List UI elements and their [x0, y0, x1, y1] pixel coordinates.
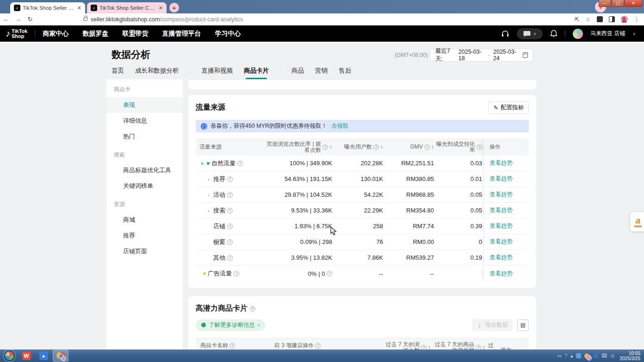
help-icon[interactable]: [250, 306, 255, 312]
side-panel-icon[interactable]: [609, 16, 615, 22]
view-trend-link[interactable]: 查看趋势: [489, 191, 513, 199]
tray-chrome-icon[interactable]: [584, 353, 590, 359]
view-trend-link[interactable]: 查看趋势: [489, 206, 513, 214]
tray-keyboard-icon[interactable]: ▭: [557, 353, 561, 358]
nav-item-data-compass[interactable]: 数据罗盘: [82, 30, 108, 38]
table-row-search[interactable]: ›搜索 9.53% | 33.36K 22.29K RM354.80 0.05 …: [196, 203, 529, 218]
table-row-shop[interactable]: ›店铺 1.93% | 6.75K 258 RM7.74 0.39 查看趋势: [196, 218, 529, 234]
extensions-puzzle-icon[interactable]: [597, 16, 603, 22]
nav-item-learning-center[interactable]: 学习中心: [215, 30, 241, 38]
maximize-button[interactable]: ▢: [612, 0, 624, 7]
sidebar-item-keyword-ranking[interactable]: 关键词榜单: [106, 178, 183, 194]
tray-volume-icon[interactable]: ◁: [610, 353, 614, 358]
chevron-down-icon[interactable]: ∨: [632, 31, 636, 36]
help-icon[interactable]: [237, 161, 243, 166]
claim-coupon-link[interactable]: 去领取: [331, 122, 349, 130]
view-trend-link[interactable]: 查看趋势: [489, 222, 513, 230]
help-icon[interactable]: [227, 224, 233, 229]
nav-item-affiliate[interactable]: 联盟带货: [122, 30, 148, 38]
sidebar-item-recommend[interactable]: 推荐: [106, 228, 183, 243]
sidebar-item-title-optimizer[interactable]: 商品标题优化工具: [106, 162, 183, 178]
expand-icon[interactable]: ›: [206, 208, 211, 213]
floating-service-widget[interactable]: a: [630, 212, 644, 231]
configure-metrics-button[interactable]: ✎ 配置指标: [489, 101, 529, 114]
export-data-button[interactable]: ⭳ 导出数据: [472, 319, 513, 331]
menu-dots-icon[interactable]: ⋮: [634, 16, 640, 23]
calendar-icon[interactable]: [523, 52, 528, 58]
close-button[interactable]: ✕: [625, 0, 642, 7]
new-tab-button[interactable]: +: [169, 3, 179, 12]
help-icon[interactable]: [227, 176, 233, 182]
expand-icon[interactable]: ›: [206, 192, 211, 198]
date-range-picker[interactable]: 最近7天: 2025-03-18 - 2025-03-24: [430, 49, 533, 62]
view-trend-link[interactable]: 查看趋势: [489, 175, 513, 183]
url-text[interactable]: seller.tiktokglobalshop.com/compass/prod…: [91, 16, 243, 23]
expand-icon[interactable]: ›: [206, 176, 211, 182]
table-row-showcase[interactable]: ›橱窗 0.09% | 298 76 RM0.00 0 查看趋势: [196, 234, 529, 250]
tab-growth[interactable]: 成长和数据分析: [135, 67, 179, 79]
start-button[interactable]: [4, 350, 15, 361]
sidebar-item-trending[interactable]: 热门: [106, 129, 183, 144]
help-icon[interactable]: [421, 345, 427, 350]
tab-marketing[interactable]: 营销: [315, 67, 328, 79]
browser-tab-active[interactable]: ♪ TikTok Shop Seller Center | Cr ✕: [10, 2, 85, 13]
bell-icon[interactable]: [550, 30, 557, 37]
tab-close-icon[interactable]: ✕: [159, 5, 163, 11]
browser-tab-grouped[interactable]: ♪ TikTok Shop Seller Center | C ✕: [87, 2, 167, 13]
table-row-other[interactable]: ›其他 3.95% | 13.82K 7.86K RM539.27 0.19 查…: [196, 250, 529, 266]
tab-home[interactable]: 首页: [111, 67, 124, 79]
table-row-organic[interactable]: ∨自然流量 100% | 349.90K 202.28K RM2,251.51 …: [196, 156, 529, 171]
sidebar-item-performance[interactable]: 表现: [106, 97, 183, 113]
help-icon[interactable]: [227, 208, 233, 213]
tab-after-sales[interactable]: 售后: [339, 67, 351, 79]
store-avatar[interactable]: [573, 29, 583, 39]
table-row-activity[interactable]: ›活动 29.87% | 104.52K 54.22K RM968.85 0.0…: [196, 187, 529, 203]
tab-products[interactable]: 商品: [291, 67, 304, 79]
taskbar-chrome-icon[interactable]: [53, 350, 68, 362]
messages-button[interactable]: ∨: [517, 28, 543, 39]
help-icon[interactable]: [373, 144, 379, 150]
tray-clock[interactable]: 10:55 2025/3/25: [617, 351, 641, 361]
tab-live-video[interactable]: 直播和视频: [202, 67, 233, 79]
sidebar-item-mall[interactable]: 商城: [106, 212, 183, 228]
nav-item-merchant-center[interactable]: 商家中心: [43, 30, 68, 38]
back-icon[interactable]: ←: [0, 16, 12, 23]
view-trend-link[interactable]: 查看趋势: [489, 270, 513, 278]
tray-show-hidden-icon[interactable]: ▴: [570, 353, 573, 358]
tray-app1-icon[interactable]: [576, 353, 581, 358]
help-icon[interactable]: [424, 144, 430, 150]
help-icon[interactable]: [229, 343, 235, 349]
tab-close-icon[interactable]: ✕: [77, 5, 81, 11]
report-list-icon[interactable]: ▤: [517, 319, 529, 331]
help-icon[interactable]: [322, 144, 328, 150]
tray-help-icon[interactable]: ?: [565, 353, 568, 358]
browser-profile-icon[interactable]: [621, 16, 628, 23]
bookmark-star-icon[interactable]: ☆: [585, 16, 590, 23]
share-icon[interactable]: ⇱: [575, 16, 579, 23]
sidebar-item-shop-page[interactable]: 店铺页面: [106, 243, 183, 259]
help-icon[interactable]: [227, 255, 233, 261]
help-icon[interactable]: [315, 343, 321, 349]
diagnosis-info-link[interactable]: 了解更多诊断信息 ›: [196, 319, 265, 331]
nav-item-live-manager[interactable]: 直播管理平台: [162, 30, 201, 38]
collapse-icon[interactable]: ∨: [199, 161, 205, 166]
help-icon[interactable]: [227, 192, 233, 198]
table-row-ad-traffic[interactable]: 广告流量 0% | 0 -- -- 查看趋势: [196, 266, 529, 281]
view-trend-link[interactable]: 查看趋势: [489, 159, 513, 167]
minimize-button[interactable]: —: [599, 0, 611, 7]
refresh-icon[interactable]: ↻: [24, 16, 36, 23]
tray-app2-icon[interactable]: [593, 353, 598, 358]
help-icon[interactable]: [476, 345, 481, 350]
view-trend-link[interactable]: 查看趋势: [489, 238, 513, 246]
forward-icon[interactable]: →: [12, 16, 24, 23]
help-icon[interactable]: [234, 271, 239, 276]
tiktok-shop-logo[interactable]: ♪ TikTokShop: [6, 28, 27, 39]
tab-product-card[interactable]: 商品卡片: [244, 67, 269, 79]
lock-icon[interactable]: [83, 18, 87, 21]
store-name[interactable]: 马来西亚 店铺: [590, 30, 625, 37]
taskbar-wps-icon[interactable]: W: [19, 350, 34, 362]
table-row-recommend[interactable]: ›推荐 54.63% | 191.15K 130.01K RM380.85 0.…: [196, 171, 529, 187]
help-icon[interactable]: [477, 144, 482, 150]
help-icon[interactable]: [227, 239, 233, 245]
help-icon[interactable]: [327, 271, 332, 276]
